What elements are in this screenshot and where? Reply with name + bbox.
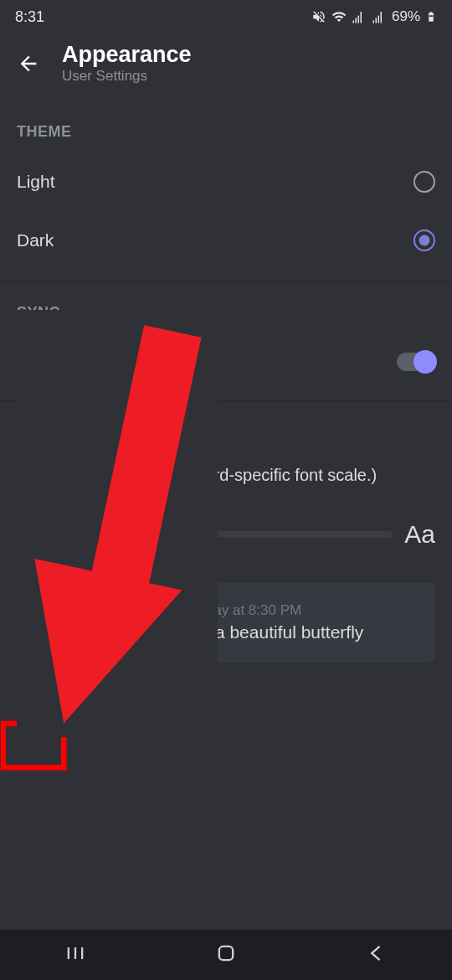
radio-light[interactable]	[413, 171, 435, 193]
font-size-large-label: Aa	[404, 520, 435, 549]
preview-message-text: Look at me I'm a beautiful butterfly	[95, 622, 363, 642]
theme-dark-label: Dark	[17, 230, 54, 250]
signal-icon	[352, 9, 367, 24]
font-scaling-description: 95% (Only using the Discord-specific fon…	[0, 454, 452, 497]
reset-label: Reset	[17, 676, 60, 694]
sync-toggle[interactable]	[397, 353, 435, 371]
mute-icon	[311, 9, 326, 24]
slider-thumb[interactable]	[116, 523, 140, 546]
sync-row[interactable]: Sync across clients	[0, 333, 452, 390]
font-scale-slider[interactable]	[45, 531, 393, 538]
section-header-font-scaling: CHAT FONT SCALING	[0, 401, 452, 454]
sync-label: Sync across clients	[17, 352, 167, 372]
header: Appearance User Settings	[0, 34, 452, 100]
home-icon	[214, 941, 238, 965]
android-nav-bar	[0, 930, 452, 980]
avatar	[33, 599, 80, 646]
font-size-small-label: Aa	[17, 527, 33, 542]
theme-option-dark[interactable]: Dark	[0, 211, 452, 270]
font-preview-message: moinzisun Today at 8:30 PM Look at me I'…	[17, 582, 435, 663]
signal-icon-2	[372, 9, 387, 24]
status-bar: 8:31 69%	[0, 0, 452, 34]
nav-recent-button[interactable]	[64, 941, 87, 968]
page-title: Appearance	[62, 42, 192, 68]
font-scale-slider-row: Aa Aa	[0, 497, 452, 565]
wifi-icon	[331, 9, 347, 24]
reset-button[interactable]: Reset	[0, 663, 60, 695]
section-header-theme: THEME	[0, 100, 452, 152]
back-button[interactable]	[17, 52, 40, 75]
battery-icon	[425, 9, 437, 24]
status-time: 8:31	[15, 8, 44, 26]
battery-percent: 69%	[392, 8, 420, 25]
back-icon	[365, 941, 388, 965]
theme-light-label: Light	[17, 172, 55, 192]
page-subtitle: User Settings	[62, 68, 192, 85]
nav-back-button[interactable]	[365, 941, 388, 968]
nav-home-button[interactable]	[214, 941, 238, 968]
svg-rect-1	[429, 17, 434, 21]
svg-rect-13	[219, 946, 233, 960]
theme-option-light[interactable]: Light	[0, 152, 452, 211]
recent-apps-icon	[64, 941, 87, 965]
preview-username: moinzisun	[95, 599, 182, 619]
preview-timestamp: Today at 8:30 PM	[191, 602, 301, 619]
section-header-sync: SYNC	[0, 281, 452, 333]
status-icons: 69%	[311, 8, 437, 25]
arrow-left-icon	[17, 52, 40, 75]
annotation-highlight-box	[1, 721, 66, 770]
radio-dark[interactable]	[413, 230, 435, 251]
